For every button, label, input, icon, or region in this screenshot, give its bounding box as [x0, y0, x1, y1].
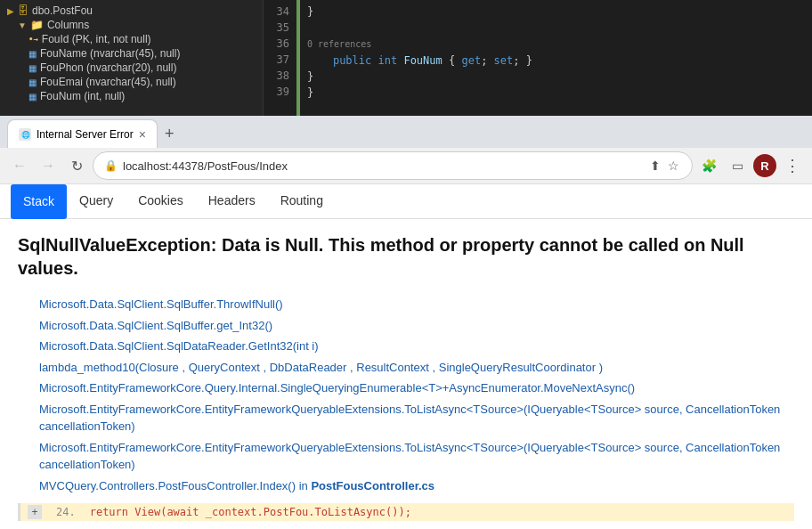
sidebar-button[interactable]: ▭: [725, 153, 750, 178]
code-editor: } 0 references public int FouNum { get; …: [300, 0, 812, 116]
reload-button[interactable]: ↻: [64, 153, 89, 178]
stack-frame-2[interactable]: Microsoft.Data.SqlClient.SqlDataReader.G…: [18, 336, 794, 357]
forward-button[interactable]: →: [36, 153, 61, 178]
security-lock-icon: 🔒: [104, 159, 118, 172]
browser-toolbar: 🧩 ▭ R ⋮: [696, 153, 805, 178]
browser-chrome: 🌐 Internal Server Error × + ← → ↻ 🔒 loca…: [0, 116, 812, 184]
db-tree-root: ▶ 🗄 dbo.PostFou: [0, 4, 263, 18]
stack-frame-7[interactable]: MVCQuery.Controllers.PostFousController.…: [18, 476, 794, 497]
tab-bar: 🌐 Internal Server Error × +: [0, 116, 812, 148]
stack-frame-5[interactable]: Microsoft.EntityFrameworkCore.EntityFram…: [18, 399, 794, 437]
db-tree-col-founum: ▦ FouNum (int, null): [0, 89, 263, 103]
devtools-tab-bar: Stack Query Cookies Headers Routing: [0, 184, 812, 219]
db-tree-col-founame: ▦ FouName (nvarchar(45), null): [0, 46, 263, 61]
db-tree-col-fouphon: ▦ FouPhon (nvarchar(20), null): [0, 61, 263, 75]
line-numbers: 34 35 36 37 38 39: [263, 0, 296, 116]
snippet-code: return View(await _context.PostFou.ToLis…: [90, 506, 411, 518]
db-tree-col-fouemai: ▦ FouEmai (nvarchar(45), null): [0, 75, 263, 89]
url-box: 🔒 localhost:44378/PostFous/Index ⬆ ☆: [93, 151, 693, 180]
url-text[interactable]: localhost:44378/PostFous/Index: [123, 159, 643, 173]
tab-label: Internal Server Error: [37, 128, 134, 141]
stack-frame-1[interactable]: Microsoft.Data.SqlClient.SqlBuffer.get_I…: [18, 315, 794, 337]
expand-code-button[interactable]: +: [28, 505, 42, 519]
svg-text:🌐: 🌐: [21, 130, 30, 139]
error-title: SqlNullValueException: Data is Null. Thi…: [18, 233, 794, 280]
code-snippet-highlight-line: + 24. return View(await _context.PostFou…: [20, 503, 794, 521]
new-tab-button[interactable]: +: [158, 119, 182, 148]
bookmark-button[interactable]: ☆: [666, 157, 681, 175]
stack-frame-3[interactable]: lambda_method10(Closure , QueryContext ,…: [18, 357, 794, 378]
tab-cookies[interactable]: Cookies: [126, 184, 196, 218]
tab-close-button[interactable]: ×: [139, 128, 146, 141]
tab-favicon: 🌐: [19, 128, 31, 141]
stack-frame-6[interactable]: Microsoft.EntityFrameworkCore.EntityFram…: [18, 437, 794, 476]
extensions-button[interactable]: 🧩: [696, 153, 721, 178]
profile-button[interactable]: R: [753, 154, 776, 177]
error-content: SqlNullValueException: Data is Null. Thi…: [0, 219, 812, 529]
error-page: Stack Query Cookies Headers Routing SqlN…: [0, 184, 812, 529]
tab-headers[interactable]: Headers: [196, 184, 268, 218]
stack-frame-0[interactable]: Microsoft.Data.SqlClient.SqlBuffer.Throw…: [18, 294, 794, 315]
db-tree-col-fouid: •→ FouId (PK, int, not null): [0, 32, 263, 46]
back-button[interactable]: ←: [7, 153, 32, 178]
share-url-button[interactable]: ⬆: [648, 157, 662, 175]
address-bar: ← → ↻ 🔒 localhost:44378/PostFous/Index ⬆…: [0, 148, 812, 183]
url-action-buttons: ⬆ ☆: [648, 157, 681, 175]
tab-routing[interactable]: Routing: [268, 184, 336, 218]
stack-trace: Microsoft.Data.SqlClient.SqlBuffer.Throw…: [18, 294, 794, 496]
code-snippet: + 24. return View(await _context.PostFou…: [18, 503, 794, 521]
browser-menu-button[interactable]: ⋮: [780, 153, 805, 178]
db-tree-columns: ▼ 📁 Columns: [0, 18, 263, 32]
stack-frame-4[interactable]: Microsoft.EntityFrameworkCore.Query.Inte…: [18, 378, 794, 399]
tab-query[interactable]: Query: [67, 184, 126, 218]
editor-panel: ▶ 🗄 dbo.PostFou ▼ 📁 Columns •→ FouId (PK…: [0, 0, 812, 116]
browser-tab-active[interactable]: 🌐 Internal Server Error ×: [7, 119, 158, 148]
snippet-line-number: 24.: [56, 506, 76, 518]
db-tree: ▶ 🗄 dbo.PostFou ▼ 📁 Columns •→ FouId (PK…: [0, 0, 263, 116]
tab-stack[interactable]: Stack: [11, 184, 67, 219]
